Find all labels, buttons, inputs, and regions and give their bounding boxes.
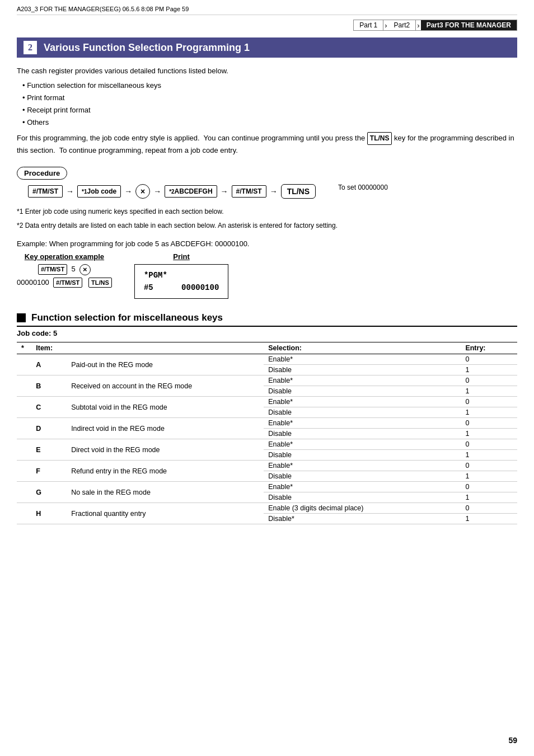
intro-note: For this programming, the job code entry… bbox=[17, 132, 517, 157]
td-entry: 0 bbox=[461, 418, 517, 429]
func-table: * Item: Selection: Entry: A Paid-out in … bbox=[17, 342, 517, 524]
print-area: Print *PGM* #5 00000100 bbox=[134, 252, 228, 299]
key-tlns-ex: TL/NS bbox=[88, 278, 112, 288]
td-sel: Disable bbox=[264, 365, 461, 375]
table-row: D Indirect void in the REG mode Enable* … bbox=[17, 418, 517, 429]
td-entry: 0 bbox=[461, 375, 517, 386]
bullet-item-4: • Others bbox=[22, 116, 517, 129]
td-star bbox=[17, 503, 31, 524]
td-star bbox=[17, 482, 31, 503]
func-heading-text: Function selection for miscellaneous key… bbox=[31, 312, 223, 323]
procedure-section: Procedure #/TM/ST → *1Job code → × → *2A… bbox=[17, 167, 517, 231]
td-entry: 1 bbox=[461, 471, 517, 482]
td-sel: Enable (3 digits decimal place) bbox=[264, 503, 461, 514]
td-desc: Indirect void in the REG mode bbox=[67, 418, 264, 439]
section-title-box: 2 Various Function Selection Programming… bbox=[17, 37, 517, 58]
procedure-label-text: Procedure bbox=[24, 169, 60, 177]
td-sel: Enable* bbox=[264, 397, 461, 407]
section-title-text: Various Function Selection Programming 1 bbox=[44, 42, 250, 54]
table-row: G No sale in the REG mode Enable* 0 bbox=[17, 482, 517, 492]
td-sel: Disable bbox=[264, 407, 461, 418]
td-sel: Disable bbox=[264, 450, 461, 461]
intro-paragraph: The cash register provides various detai… bbox=[17, 65, 517, 157]
part1-nav-item[interactable]: Part 1 bbox=[354, 20, 383, 30]
key-multiply-ex: × bbox=[79, 264, 91, 275]
th-item: Item: bbox=[31, 342, 67, 354]
td-desc: Received on account in the REG mode bbox=[67, 375, 264, 397]
flow-arrow-2: → bbox=[124, 187, 132, 196]
th-desc bbox=[67, 342, 264, 354]
th-selection: Selection: bbox=[264, 342, 461, 354]
td-sel: Disable bbox=[264, 386, 461, 397]
flow-arrow-4: → bbox=[221, 187, 228, 196]
func-heading: Function selection for miscellaneous key… bbox=[17, 312, 517, 327]
td-star bbox=[17, 397, 31, 418]
td-desc: Paid-out in the REG mode bbox=[67, 354, 264, 375]
td-sel: Enable* bbox=[264, 354, 461, 365]
td-star bbox=[17, 418, 31, 439]
print-title: Print bbox=[134, 252, 228, 261]
page-number: 59 bbox=[508, 736, 517, 745]
td-sel: Disable bbox=[264, 471, 461, 482]
footnote-2: *2 Data entry details are listed on each… bbox=[17, 220, 517, 231]
procedure-label-box: Procedure bbox=[17, 167, 67, 180]
flow-key-hmtmst-1: #/TM/ST bbox=[28, 185, 63, 198]
header-left-text: A203_3 FOR THE MANAGER(SEEG) 06.5.6 8:08… bbox=[17, 6, 189, 12]
table-row: H Fractional quantity entry Enable (3 di… bbox=[17, 503, 517, 514]
footnote-sup-2: *2 bbox=[169, 189, 174, 195]
table-header-row: * Item: Selection: Entry: bbox=[17, 342, 517, 354]
td-sel: Disable* bbox=[264, 514, 461, 524]
td-star bbox=[17, 439, 31, 461]
td-item: E bbox=[31, 439, 67, 461]
td-item: H bbox=[31, 503, 67, 524]
part2-nav-item[interactable]: Part2 bbox=[388, 20, 416, 30]
td-sel: Disable bbox=[264, 492, 461, 503]
td-item: D bbox=[31, 418, 67, 439]
td-entry: 1 bbox=[461, 492, 517, 503]
td-item: G bbox=[31, 482, 67, 503]
td-entry: 1 bbox=[461, 365, 517, 375]
footnote-sup-1: *1 bbox=[82, 189, 87, 195]
func-heading-icon bbox=[17, 313, 26, 322]
td-sel: Enable* bbox=[264, 482, 461, 492]
bullet-list: • Function selection for miscellaneous k… bbox=[22, 79, 517, 129]
td-entry: 1 bbox=[461, 429, 517, 439]
to-set-label: To set 00000000 bbox=[338, 167, 388, 191]
table-row: F Refund entry in the REG mode Enable* 0 bbox=[17, 461, 517, 471]
part2-label: Part2 bbox=[394, 21, 410, 29]
print-line2: #5 00000100 bbox=[144, 281, 219, 294]
table-body: A Paid-out in the REG mode Enable* 0 Dis… bbox=[17, 354, 517, 524]
td-desc: Direct void in the REG mode bbox=[67, 439, 264, 461]
td-entry: 0 bbox=[461, 503, 517, 514]
example-grid: Key operation example #/TM/ST 5 × 000001… bbox=[17, 252, 517, 299]
header-bar: A203_3 FOR THE MANAGER(SEEG) 06.5.6 8:08… bbox=[17, 6, 517, 15]
td-item: B bbox=[31, 375, 67, 397]
td-entry: 1 bbox=[461, 386, 517, 397]
intro-main-text: The cash register provides various detai… bbox=[17, 65, 517, 77]
part1-label: Part 1 bbox=[359, 21, 377, 29]
td-item: A bbox=[31, 354, 67, 375]
function-selection-section: Function selection for miscellaneous key… bbox=[17, 312, 517, 524]
part3-nav-item[interactable]: Part3 FOR THE MANAGER bbox=[421, 20, 517, 30]
flow-arrow-5: → bbox=[270, 187, 278, 196]
td-sel: Enable* bbox=[264, 439, 461, 450]
td-entry: 1 bbox=[461, 450, 517, 461]
print-content-box: *PGM* #5 00000100 bbox=[134, 264, 228, 299]
bullet-item-3: • Receipt print format bbox=[22, 104, 517, 116]
part3-label: Part3 FOR THE MANAGER bbox=[427, 21, 511, 29]
section-number: 2 bbox=[24, 41, 37, 54]
td-sel: Disable bbox=[264, 429, 461, 439]
td-entry: 1 bbox=[461, 407, 517, 418]
td-star bbox=[17, 354, 31, 375]
td-item: C bbox=[31, 397, 67, 418]
table-row: B Received on account in the REG mode En… bbox=[17, 375, 517, 386]
flow-key-jobcode: *1Job code bbox=[77, 185, 121, 198]
td-entry: 0 bbox=[461, 461, 517, 471]
td-sel: Enable* bbox=[264, 375, 461, 386]
key-op-content: #/TM/ST 5 × 00000100 #/TM/ST TL/NS bbox=[17, 264, 112, 288]
td-sel: Enable* bbox=[264, 461, 461, 471]
footnote-1: *1 Enter job code using numeric keys spe… bbox=[17, 206, 517, 217]
job-code-text: Job code: 5 bbox=[17, 329, 517, 337]
td-entry: 0 bbox=[461, 482, 517, 492]
part-nav: Part 1 › Part2 › Part3 FOR THE MANAGER bbox=[353, 20, 517, 31]
